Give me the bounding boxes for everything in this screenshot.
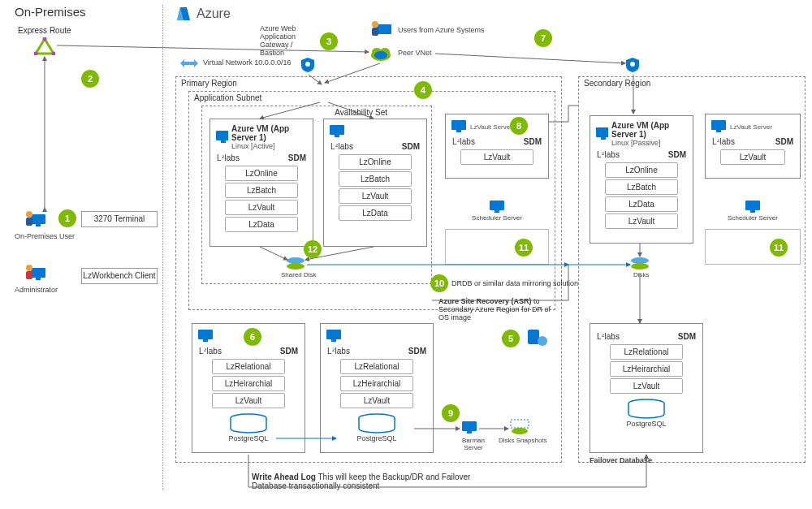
db2-item-1: LzHeirarchial — [340, 376, 413, 391]
sec-vm1-item-2: LzData — [605, 196, 678, 212]
terminal-box: 3270 Terminal — [81, 211, 158, 227]
lzvault-item: LzVault — [460, 149, 533, 165]
vm2-box: LᶻlabsSDM LzOnline LzBatch LzVault LzDat… — [323, 119, 427, 247]
vnet-label: Virtual Network 10.0.0.0/16 — [203, 58, 291, 67]
db1-item-2: LzVault — [212, 393, 285, 408]
svg-rect-14 — [377, 24, 391, 34]
scheduler-label: Scheduler Server — [445, 214, 549, 222]
vm-icon — [215, 130, 228, 145]
vm1-sub: Linux [Active] — [231, 142, 308, 150]
app-subnet-title: Application Subnet — [194, 93, 261, 102]
svg-rect-8 — [31, 268, 45, 278]
svg-rect-49 — [596, 127, 608, 137]
svg-rect-56 — [750, 210, 755, 213]
sec-db-pg-label: PostgreSQL — [590, 420, 702, 428]
web-gateway-label: Azure Web Application Gateway / Bastion — [260, 24, 317, 57]
vm1-item-0: LzOnline — [225, 166, 298, 181]
badge-11a: 11 — [515, 239, 533, 257]
postgres-db-icon — [356, 413, 397, 434]
vm2-item-3: LzData — [339, 205, 412, 221]
sec-vm1-item-1: LzBatch — [605, 179, 678, 195]
vm-icon — [451, 119, 467, 134]
db2-box: LᶻlabsSDM LzRelational LzHeirarchial LzV… — [320, 323, 434, 453]
svg-rect-27 — [216, 131, 228, 140]
svg-rect-36 — [495, 210, 499, 213]
lzvault-server-title: LzVault Server — [470, 123, 512, 131]
svg-point-15 — [372, 21, 378, 28]
postgres-db-icon — [626, 399, 667, 420]
express-route-icon — [34, 37, 55, 55]
wal-note: Write Ahead Log This will keep the Backu… — [252, 472, 495, 490]
sec-vm1-sub: Linux [Passive] — [611, 139, 688, 147]
svg-rect-33 — [451, 120, 466, 130]
badge-6: 6 — [244, 328, 261, 346]
svg-rect-37 — [198, 330, 213, 339]
svg-rect-38 — [203, 339, 208, 342]
svg-rect-55 — [745, 201, 760, 210]
db2-pg-label: PostgreSQL — [321, 434, 433, 442]
sec-lzvault-title: LzVault Server — [730, 123, 772, 131]
lzvault-server-box: LzVault Server LᶻlabsSDM LzVault — [445, 114, 549, 179]
secondary-region-title: Secondary Region — [584, 79, 650, 88]
badge-12: 12 — [304, 240, 322, 258]
badge-4: 4 — [414, 81, 432, 99]
svg-rect-45 — [511, 420, 529, 428]
sdm-label: SDM — [288, 153, 306, 162]
sec-lzvault-box: LzVault Server LᶻlabsSDM LzVault — [705, 114, 801, 179]
svg-rect-40 — [326, 330, 341, 339]
svg-point-31 — [287, 257, 304, 264]
storage-server-icon — [526, 328, 547, 347]
azure-users-icon — [370, 19, 393, 39]
llabs-label: Lᶻlabs — [217, 153, 240, 162]
vm-icon — [745, 200, 761, 214]
svg-rect-44 — [467, 431, 472, 434]
svg-point-10 — [26, 265, 32, 271]
sec-lzvault-item: LzVault — [720, 149, 785, 165]
badge-5: 5 — [502, 330, 520, 347]
sec-db-box: LᶻlabsSDM LzRelational LzHeirarchial LzV… — [590, 323, 703, 453]
vm-icon — [489, 200, 505, 214]
svg-point-23 — [630, 62, 635, 67]
svg-rect-50 — [601, 137, 606, 140]
workbench-box: LzWorkbench Client — [81, 268, 158, 284]
peer-vnet-label: Peer VNet — [398, 49, 432, 57]
sec-vm1-title: Azure VM (App Server 1) — [611, 121, 688, 139]
svg-rect-11 — [26, 271, 32, 279]
sec-db-item-0: LzRelational — [610, 344, 683, 360]
svg-point-32 — [287, 263, 304, 270]
svg-point-46 — [512, 428, 528, 434]
snapshots-label: Disks Snapshots — [499, 437, 547, 444]
svg-point-51 — [631, 257, 649, 264]
badge-9: 9 — [442, 404, 460, 422]
sec-vm1-item-3: LzVault — [605, 214, 678, 229]
sec-scheduler-label: Scheduler Server — [705, 214, 801, 222]
express-route-label: Express Route — [18, 26, 71, 35]
svg-rect-41 — [331, 339, 336, 342]
shared-disk-label: Shared Disk — [281, 271, 317, 278]
primary-region-title: Primary Region — [181, 79, 237, 88]
db1-item-0: LzRelational — [212, 359, 285, 374]
badge-1: 1 — [58, 209, 76, 227]
vm-icon — [595, 127, 608, 141]
svg-point-48 — [538, 336, 547, 346]
sec-db-item-1: LzHeirarchial — [610, 361, 683, 377]
svg-rect-47 — [528, 330, 539, 344]
db2-item-2: LzVault — [340, 393, 413, 408]
users-label: Users from Azure Systems — [398, 26, 485, 34]
vm-icon — [326, 329, 342, 343]
barman-label: Barman Server — [455, 437, 492, 451]
svg-rect-5 — [36, 224, 41, 226]
barman-icon — [461, 421, 477, 435]
divider-onprem-azure — [162, 5, 163, 490]
shared-disk-icon — [286, 257, 305, 271]
db1-item-1: LzHeirarchial — [212, 376, 285, 391]
svg-point-20 — [374, 51, 387, 59]
svg-rect-16 — [372, 28, 378, 36]
vm-icon — [710, 119, 727, 134]
svg-point-6 — [26, 211, 32, 218]
badge-2: 2 — [81, 70, 99, 88]
sec-vm1-item-0: LzOnline — [605, 162, 678, 178]
vm1-box: Azure VM (App Server 1) Linux [Active] L… — [209, 119, 313, 247]
svg-rect-34 — [456, 130, 461, 132]
azure-brand: Azure — [175, 6, 231, 21]
